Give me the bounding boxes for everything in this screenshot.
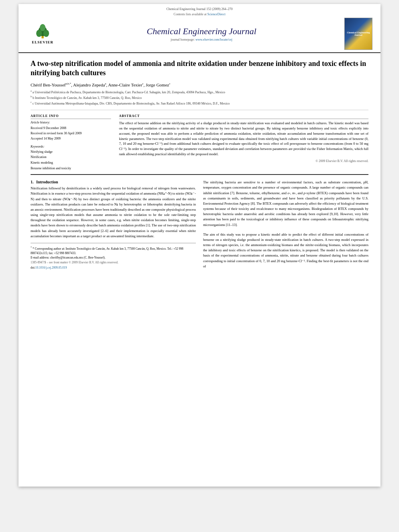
svg-point-4 <box>40 24 45 31</box>
svg-point-3 <box>43 30 49 37</box>
abstract-label: ABSTRACT <box>119 114 368 119</box>
elsevier-text: ELSEVIER <box>32 40 53 44</box>
contents-line: Contents lists available at ScienceDirec… <box>27 12 372 16</box>
doi-link[interactable]: 10.1016/j.cej.2009.05.019 <box>35 266 67 269</box>
journal-homepage: journal homepage: www.elsevier.com/locat… <box>59 38 344 41</box>
section1-para2: The nitrifying bacteria are sensitive to… <box>203 180 368 228</box>
article-info-label: ARTICLE INFO <box>31 114 111 119</box>
keywords-label: Keywords: <box>31 145 111 148</box>
journal-ref: Chemical Engineering Journal 152 (2009) … <box>27 7 372 11</box>
keyword-2: Nitrification <box>31 154 111 160</box>
keyword-4: Benzene inhibition and toxicity <box>31 166 111 171</box>
section1-para1: Nitrification followed by denitrificatio… <box>31 186 196 239</box>
article-info-col: ARTICLE INFO Article history: Received 9… <box>31 114 111 171</box>
received-date: Received 9 December 2008 <box>31 126 111 131</box>
sciencedirect-link[interactable]: ScienceDirect <box>208 12 226 16</box>
footnote-corresponding: * * Corresponding author at: Instituto T… <box>31 246 196 255</box>
journal-page: Chemical Engineering Journal 152 (2009) … <box>19 4 380 487</box>
affiliation-a: a a Universidad Politécnica de Pachuca, … <box>31 89 368 95</box>
article-dates: Received 9 December 2008 Received in rev… <box>31 126 111 141</box>
keyword-3: Kinetic modeling <box>31 160 111 166</box>
article-title: A two-step nitrification model of ammoni… <box>31 59 368 78</box>
contents-text: Contents lists available at <box>174 12 207 16</box>
keyword-1: Nitrifying sludge <box>31 149 111 155</box>
footnote-email: E-mail address: cherifby@itcancun.edu.mx… <box>31 255 196 260</box>
affiliation-c: c c Universidad Autónoma Metropolitana-I… <box>31 101 368 106</box>
copyright: © 2009 Elsevier B.V. All rights reserved… <box>119 159 368 163</box>
body-section: 1. Introduction Nitrification followed b… <box>31 180 368 269</box>
section1-title: Introduction <box>36 180 58 184</box>
divider-2 <box>31 174 368 175</box>
homepage-label: journal homepage: <box>171 38 195 41</box>
section1-num: 1. <box>31 180 34 184</box>
affiliations: a a Universidad Politécnica de Pachuca, … <box>31 89 368 106</box>
journal-header: Chemical Engineering Journal 152 (2009) … <box>19 4 380 53</box>
history-label: Article history: <box>31 121 111 124</box>
issn-line: 1385-8947/$ – see front matter © 2009 El… <box>31 261 196 264</box>
authors: Chérif Ben-Youssefa,b,*, Alejandro Zeped… <box>31 82 368 87</box>
homepage-link[interactable]: www.elsevier.com/locate/cej <box>195 38 232 41</box>
elsevier-logo: ELSEVIER <box>27 23 59 44</box>
journal-name: Chemical Engineering Journal <box>59 26 344 37</box>
revised-date: Received in revised form 30 April 2009 <box>31 131 111 136</box>
divider-1 <box>31 110 368 110</box>
abstract-col: ABSTRACT The effect of benzene addition … <box>119 114 368 171</box>
info-abstract-section: ARTICLE INFO Article history: Received 9… <box>31 114 368 171</box>
article-content: A two-step nitrification model of ammoni… <box>19 53 380 275</box>
section1-heading: 1. Introduction <box>31 180 196 184</box>
body-right-col: The nitrifying bacteria are sensitive to… <box>203 180 368 269</box>
section1-para3: The aim of this study was to propose a k… <box>203 232 368 269</box>
body-left-col: 1. Introduction Nitrification followed b… <box>31 180 196 269</box>
abstract-text: The effect of benzene addition on the ni… <box>119 121 368 156</box>
keywords-list: Nitrifying sludge Nitrification Kinetic … <box>31 149 111 171</box>
journal-title-center: Chemical Engineering Journal journal hom… <box>59 26 344 41</box>
svg-point-2 <box>36 30 42 37</box>
elsevier-tree-icon <box>33 23 53 39</box>
affiliation-b: b b Instituto Tecnológico de Cancún, Av.… <box>31 95 368 101</box>
journal-cover: Chemical Engineering Journal <box>344 18 372 50</box>
accepted-date: Accepted 14 May 2009 <box>31 136 111 142</box>
footnotes: * * Corresponding author at: Instituto T… <box>31 243 196 269</box>
cover-title: Chemical Engineering Journal <box>346 31 370 36</box>
doi-line: doi:10.1016/j.cej.2009.05.019 <box>31 266 196 269</box>
journal-header-inner: ELSEVIER Chemical Engineering Journal jo… <box>27 18 372 50</box>
